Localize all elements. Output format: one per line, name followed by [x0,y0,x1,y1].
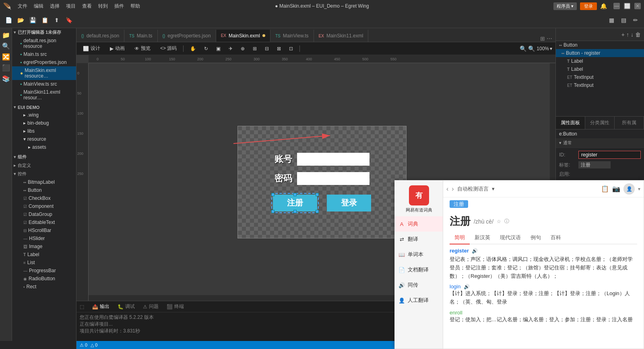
ctrl-label[interactable]: T Label [12,250,76,259]
dict-speaker-icon[interactable]: 🔊 [472,248,478,254]
dict-nav-simultaneous[interactable]: 🔊 同传 [395,277,443,293]
bottom-tab-debug[interactable]: 🐛 调试 [114,302,138,311]
eui-demo-header[interactable]: ▾ EUI DEMO [12,103,76,111]
handle-br[interactable] [316,210,319,213]
sidebar-file-mainskin[interactable]: ● MainSkin.exml resource… [12,66,76,80]
props-tab-class[interactable]: 分类属性 [585,117,615,129]
add-layer-icon[interactable]: + [621,31,625,38]
menu-edit[interactable]: 编辑 [34,3,43,10]
layer-textinput-2[interactable]: ET TextInput [556,81,644,89]
tab-egret-props[interactable]: {}​ egretProperties.json [158,30,216,42]
dict-back-button[interactable]: ‹ [446,185,448,193]
layer-textinput-1[interactable]: ET TextInput [556,73,644,81]
menu-plugin[interactable]: 插件 [114,3,124,10]
extensions-icon[interactable]: ⬛ [2,64,10,72]
bottom-tab-problems[interactable]: ⚠ 问题 [140,302,162,311]
upload-button[interactable]: ⬆ [52,15,62,25]
handle-bm[interactable] [293,210,297,213]
ctrl-datagroup[interactable]: ☑ DataGroup [12,210,76,218]
bottom-tab-output[interactable]: 📤 输出 [89,302,113,311]
bottom-tab-terminal[interactable]: ⬛ 终端 [163,302,187,311]
new-file-button[interactable]: 📄 [3,15,14,25]
dict-tab-baike[interactable]: 百科 [546,232,566,244]
id-input[interactable] [578,151,641,159]
ctrl-image[interactable]: 🖼 Image [12,242,76,250]
tree-assets[interactable]: ▸ assets [12,143,76,151]
menu-view[interactable]: 查看 [82,3,92,10]
layer-button-register[interactable]: ▪▪ Button - register [556,49,644,57]
dict-avatar-dropdown[interactable]: ▾ [638,186,640,192]
tree-bin-debug[interactable]: ▸ bin-debug [12,119,76,127]
handle-tr[interactable] [316,193,319,196]
dict-avatar[interactable]: 👤 [623,183,635,195]
menu-file[interactable]: 文件 [18,3,27,10]
menu-help[interactable]: 帮助 [130,3,140,10]
dict-tab-newchinese-english[interactable]: 新汉英 [470,232,495,244]
ctrl-checkbox[interactable]: ☑ CheckBox [12,194,76,202]
dict-more-icon[interactable]: ⓘ [504,218,509,225]
open-editors-header[interactable]: ▾ 已打开编辑器 1未保存 [12,28,76,37]
ctrl-editable-text[interactable]: ☑ EditableText [12,218,76,226]
label-input[interactable] [578,161,611,168]
menu-project[interactable]: 项目 [66,3,76,10]
split-editor-icon[interactable]: ⊞ [540,35,545,42]
dict-speaker-login-icon[interactable]: 🔊 [464,284,470,289]
tab-default-res[interactable]: {}​ default.res.json [76,30,124,42]
ctrl-radiobutton[interactable]: ◉ RadioButton [12,275,76,283]
zoom-in-icon[interactable]: 🔍 [528,45,535,52]
dict-nav-dictionary[interactable]: A 词典 [395,216,443,232]
more-tabs-icon[interactable]: ⋯ [547,35,552,42]
tree-wing[interactable]: ▸ .wing [12,111,76,119]
tab-mainskin11[interactable]: EX MainSkin11.exml [314,30,369,42]
dict-detect-dropdown[interactable]: ▾ [492,186,495,192]
zoom-dropdown-icon[interactable]: ▾ [550,46,552,51]
handle-tl[interactable] [271,193,275,196]
ctrl-component[interactable]: ☑ Component [12,202,76,210]
tab-mainview[interactable]: TS MainView.ts [270,30,314,42]
sidebar-file-mainskin11[interactable]: ▪ MainSkin11.exml resour… [12,88,76,102]
move-tool[interactable]: ✈ [225,45,236,52]
dict-screenshot-button[interactable]: 📷 [612,185,620,193]
anchor-tool[interactable]: ⊕ [237,45,248,52]
minimize-button[interactable]: — [613,3,620,9]
handle-bl[interactable] [271,210,275,213]
dict-nav-human-translate[interactable]: 👤 人工翻译 [395,293,443,308]
login-button[interactable]: 登录 [580,2,597,10]
refresh-tool[interactable]: ↻ [201,45,211,52]
frame-tool[interactable]: ▣ [213,45,224,52]
dict-forward-button[interactable]: › [452,185,454,193]
open-button[interactable]: 📂 [15,15,26,25]
ctrl-bitmap-label[interactable]: ▪▪ BitmapLabel [12,178,76,186]
sidebar-file-main-ts[interactable]: ▪ Main.ts src [12,50,76,58]
props-tab-attributes[interactable]: 属性面板 [556,117,585,129]
layer-button[interactable]: ▪▪ Button [556,41,644,49]
controls-header[interactable]: ▾ 控件 [12,170,76,178]
align-tool-1[interactable]: ⊞ [250,45,260,52]
layer-label-2[interactable]: T Label [556,65,644,73]
dict-link-login[interactable]: login [450,283,460,289]
animation-mode-btn[interactable]: ▶ 动画 [107,44,128,53]
layout-button-2[interactable]: ▤ [618,15,629,25]
dict-tab-brief[interactable]: 简明 [450,232,470,244]
handle-tm[interactable] [293,193,297,196]
account-input[interactable] [297,153,369,166]
explorer-icon[interactable]: 📁 [2,31,10,39]
tree-libs[interactable]: ▸ libs [12,127,76,135]
dict-link-register[interactable]: register [450,248,469,254]
tree-resource[interactable]: ▾ resource [12,135,76,143]
bottom-tab-icon[interactable]: ⬚ [80,304,84,310]
bookmark-icon[interactable]: 📚 [2,75,10,82]
menu-goto[interactable]: 转到 [98,3,108,10]
sidebar-file-default-res[interactable]: ▪ default.res.json resource [12,37,76,50]
zoom-out-icon[interactable]: 🔍 [520,45,526,52]
register-button[interactable]: 注册 [273,195,317,211]
notification-icon[interactable]: 🔔 [600,3,607,9]
layout-button-1[interactable]: ▦ [606,15,617,25]
preview-mode-btn[interactable]: 👁 预览 [131,44,154,53]
maximize-button[interactable]: ⬜ [624,3,630,9]
tab-mainskin[interactable]: EX MainSkin.exml [216,30,270,42]
close-button[interactable]: ✕ [634,3,641,9]
design-mode-btn[interactable]: ⬜ 设计 [80,44,103,53]
git-icon[interactable]: 🔀 [2,53,10,61]
ctrl-list[interactable]: ≡ List [12,259,76,267]
